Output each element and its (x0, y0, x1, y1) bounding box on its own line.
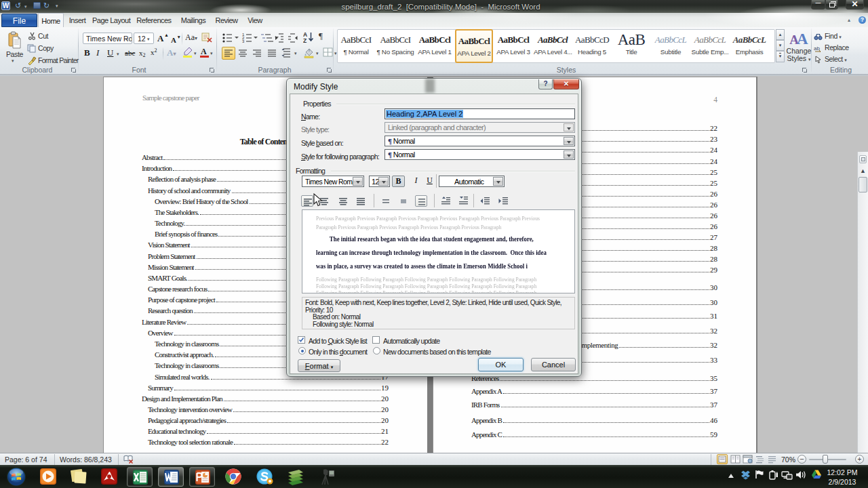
svg-text:3: 3 (242, 39, 245, 43)
svg-text:Z: Z (303, 37, 307, 43)
